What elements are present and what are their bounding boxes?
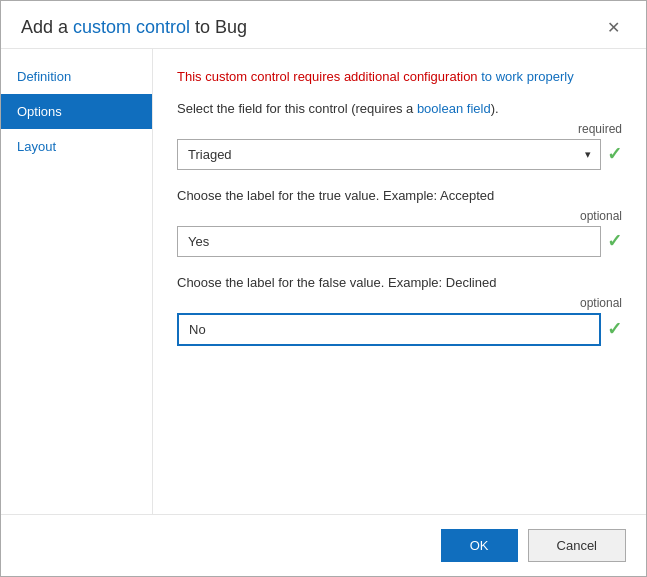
sidebar-item-options[interactable]: Options — [1, 94, 152, 129]
field2-input[interactable] — [177, 226, 601, 257]
dialog-footer: OK Cancel — [1, 514, 646, 576]
field3-row: ✓ — [177, 313, 622, 346]
sidebar-item-layout[interactable]: Layout — [1, 129, 152, 164]
sidebar: Definition Options Layout — [1, 49, 153, 514]
field1-select[interactable]: Triaged Active Resolved Closed — [177, 139, 601, 170]
field3-section: Choose the label for the false value. Ex… — [177, 275, 622, 346]
field1-label-black: Select the field for this control (requi… — [177, 101, 417, 116]
field2-label: Choose the label for the true value. Exa… — [177, 188, 622, 203]
title-highlight: custom control — [73, 17, 190, 37]
field1-required-label: required — [177, 122, 622, 136]
field1-label-blue: boolean field — [417, 101, 491, 116]
field1-row: Triaged Active Resolved Closed ▾ ✓ — [177, 139, 622, 170]
info-red: This custom control requires additional … — [177, 69, 478, 84]
field2-check-icon: ✓ — [607, 230, 622, 252]
title-rest: to Bug — [190, 17, 247, 37]
close-icon: ✕ — [607, 19, 620, 36]
sidebar-item-definition[interactable]: Definition — [1, 59, 152, 94]
dialog-body: Definition Options Layout This custom co… — [1, 49, 646, 514]
field2-row: ✓ — [177, 226, 622, 257]
dialog-header: Add a custom control to Bug ✕ — [1, 1, 646, 49]
field3-label: Choose the label for the false value. Ex… — [177, 275, 622, 290]
cancel-button[interactable]: Cancel — [528, 529, 626, 562]
field1-label: Select the field for this control (requi… — [177, 101, 622, 116]
main-content: This custom control requires additional … — [153, 49, 646, 514]
ok-button[interactable]: OK — [441, 529, 518, 562]
info-text: This custom control requires additional … — [177, 67, 622, 87]
field1-select-wrapper: Triaged Active Resolved Closed ▾ — [177, 139, 601, 170]
dialog-title: Add a custom control to Bug — [21, 17, 247, 38]
field2-optional-label: optional — [177, 209, 622, 223]
dialog: Add a custom control to Bug ✕ Definition… — [0, 0, 647, 577]
field1-section: Select the field for this control (requi… — [177, 101, 622, 170]
field1-label-end: ). — [491, 101, 499, 116]
field3-optional-label: optional — [177, 296, 622, 310]
field2-section: Choose the label for the true value. Exa… — [177, 188, 622, 257]
field3-check-icon: ✓ — [607, 318, 622, 340]
field1-check-icon: ✓ — [607, 143, 622, 165]
title-plain: Add a — [21, 17, 73, 37]
info-blue: to work properly — [478, 69, 574, 84]
field3-input[interactable] — [177, 313, 601, 346]
close-button[interactable]: ✕ — [601, 18, 626, 38]
